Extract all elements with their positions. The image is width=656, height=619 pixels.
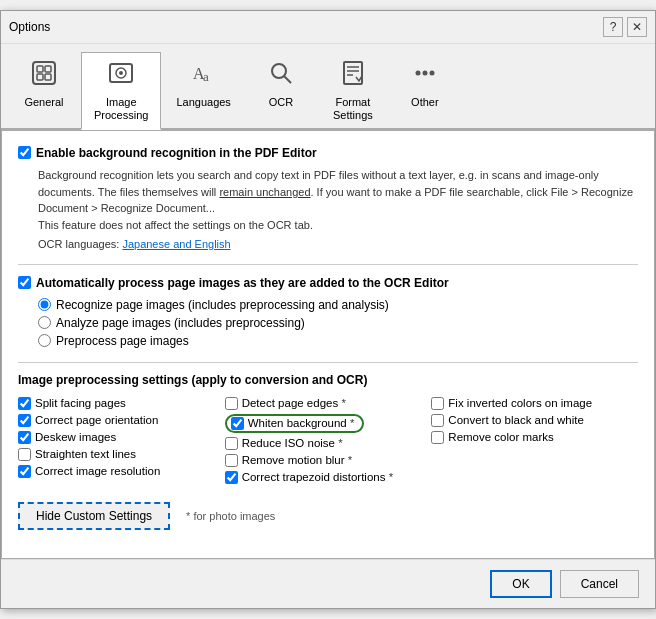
preprocess-col1: Split facing pages Correct page orientat… [18, 395, 225, 486]
preprocess-section: Image preprocessing settings (apply to c… [18, 373, 638, 530]
close-button[interactable]: ✕ [627, 17, 647, 37]
tab-ocr[interactable]: OCR [246, 52, 316, 128]
bg-desc-line1: Background recognition lets you search a… [38, 169, 599, 181]
preprocess-item-black-white: Convert to black and white [431, 412, 638, 429]
cb-correct-orientation[interactable] [18, 414, 31, 427]
title-bar: Options ? ✕ [1, 11, 655, 44]
cb-remove-color[interactable] [431, 431, 444, 444]
svg-point-7 [119, 71, 123, 75]
hide-custom-settings-button[interactable]: Hide Custom Settings [18, 502, 170, 530]
radio-row-3: Preprocess page images [38, 334, 638, 348]
preprocess-item-straighten: Straighten text lines [18, 446, 225, 463]
preprocess-title: Image preprocessing settings (apply to c… [18, 373, 638, 387]
preprocess-item-trapezoid: Correct trapezoid distortions * [225, 469, 432, 486]
cb-correct-resolution[interactable] [18, 465, 31, 478]
preprocess-item-detect-edges: Detect page edges * [225, 395, 432, 412]
auto-process-label[interactable]: Automatically process page images as the… [36, 275, 449, 292]
cb-trapezoid[interactable] [225, 471, 238, 484]
bg-recognition-label[interactable]: Enable background recognition in the PDF… [36, 145, 317, 162]
cb-black-white[interactable] [431, 414, 444, 427]
preprocess-item-reduce-iso: Reduce ISO noise * [225, 435, 432, 452]
radio-analyze[interactable] [38, 316, 51, 329]
tab-image-processing-label: ImageProcessing [94, 96, 148, 122]
bg-recognition-checkbox[interactable] [18, 146, 31, 159]
radio-analyze-label: Analyze page images (includes preprocess… [56, 316, 305, 330]
preprocess-grid: Split facing pages Correct page orientat… [18, 395, 638, 486]
svg-point-10 [272, 64, 286, 78]
svg-line-11 [284, 76, 291, 83]
ocr-languages-row: OCR languages: Japanese and English [38, 238, 638, 250]
auto-process-row: Automatically process page images as the… [18, 275, 638, 292]
bg-recognition-desc: Background recognition lets you search a… [38, 167, 638, 233]
svg-rect-3 [45, 66, 51, 72]
tab-format-settings-label: FormatSettings [333, 96, 373, 122]
bg-recognition-row: Enable background recognition in the PDF… [18, 145, 638, 162]
ocr-languages-link[interactable]: Japanese and English [122, 238, 230, 250]
cb-fix-inverted[interactable] [431, 397, 444, 410]
preprocess-item-fix-inverted: Fix inverted colors on image [431, 395, 638, 412]
image-processing-icon [107, 59, 135, 93]
preprocess-item-correct-orient: Correct page orientation [18, 412, 225, 429]
tab-format-settings[interactable]: FormatSettings [318, 52, 388, 128]
cb-split-facing[interactable] [18, 397, 31, 410]
tab-other-label: Other [411, 96, 439, 109]
radio-preprocess-label: Preprocess page images [56, 334, 189, 348]
help-button[interactable]: ? [603, 17, 623, 37]
tab-general[interactable]: General [9, 52, 79, 128]
preprocess-item-remove-color: Remove color marks [431, 429, 638, 446]
cancel-button[interactable]: Cancel [560, 570, 639, 598]
ocr-icon [267, 59, 295, 93]
bg-desc-line4: This feature does not affect the setting… [38, 219, 313, 231]
preprocess-item-correct-res: Correct image resolution [18, 463, 225, 480]
footnote: * for photo images [186, 510, 275, 522]
auto-process-checkbox[interactable] [18, 276, 31, 289]
preprocess-col2: Detect page edges * Whiten background * … [225, 395, 432, 486]
dialog-title: Options [9, 20, 50, 34]
preprocess-item-split: Split facing pages [18, 395, 225, 412]
auto-process-section: Automatically process page images as the… [18, 275, 638, 348]
title-bar-buttons: ? ✕ [603, 17, 647, 37]
tab-general-label: General [24, 96, 63, 109]
radio-preprocess[interactable] [38, 334, 51, 347]
radio-recognize[interactable] [38, 298, 51, 311]
cb-straighten[interactable] [18, 448, 31, 461]
radio-row-2: Analyze page images (includes preprocess… [38, 316, 638, 330]
svg-rect-1 [37, 66, 43, 72]
tab-ocr-label: OCR [269, 96, 293, 109]
bg-recognition-section: Enable background recognition in the PDF… [18, 145, 638, 250]
cb-detect-edges[interactable] [225, 397, 238, 410]
preprocess-item-whiten: Whiten background * [225, 412, 432, 435]
svg-point-18 [429, 71, 434, 76]
svg-rect-0 [33, 62, 55, 84]
ok-button[interactable]: OK [490, 570, 551, 598]
radio-row-1: Recognize page images (includes preproce… [38, 298, 638, 312]
svg-text:a: a [203, 69, 209, 84]
cb-reduce-iso[interactable] [225, 437, 238, 450]
tabs-bar: General ImageProcessing Aa Languages OCR… [1, 44, 655, 130]
bg-desc-line3: Document > Recognize Document... [38, 202, 215, 214]
footer: OK Cancel [1, 559, 655, 608]
preprocess-item-remove-blur: Remove motion blur * [225, 452, 432, 469]
general-icon [30, 59, 58, 93]
svg-rect-4 [45, 74, 51, 80]
format-settings-icon [339, 59, 367, 93]
preprocess-item-deskew: Deskew images [18, 429, 225, 446]
tab-languages[interactable]: Aa Languages [163, 52, 243, 128]
svg-rect-2 [37, 74, 43, 80]
cb-remove-blur[interactable] [225, 454, 238, 467]
ocr-languages-prefix: OCR languages: [38, 238, 122, 250]
bg-desc-line2: documents. The files themselves will rem… [38, 186, 633, 198]
cb-deskew[interactable] [18, 431, 31, 444]
languages-icon: Aa [190, 59, 218, 93]
options-dialog: Options ? ✕ General ImageProcessing Aa L… [0, 10, 656, 609]
preprocess-col3: Fix inverted colors on image Convert to … [431, 395, 638, 486]
content-area: Enable background recognition in the PDF… [1, 130, 655, 559]
other-icon [411, 59, 439, 93]
tab-image-processing[interactable]: ImageProcessing [81, 52, 161, 130]
svg-point-16 [415, 71, 420, 76]
tab-other[interactable]: Other [390, 52, 460, 128]
tab-languages-label: Languages [176, 96, 230, 109]
svg-point-17 [422, 71, 427, 76]
radio-recognize-label: Recognize page images (includes preproce… [56, 298, 389, 312]
cb-whiten-background[interactable] [231, 417, 244, 430]
